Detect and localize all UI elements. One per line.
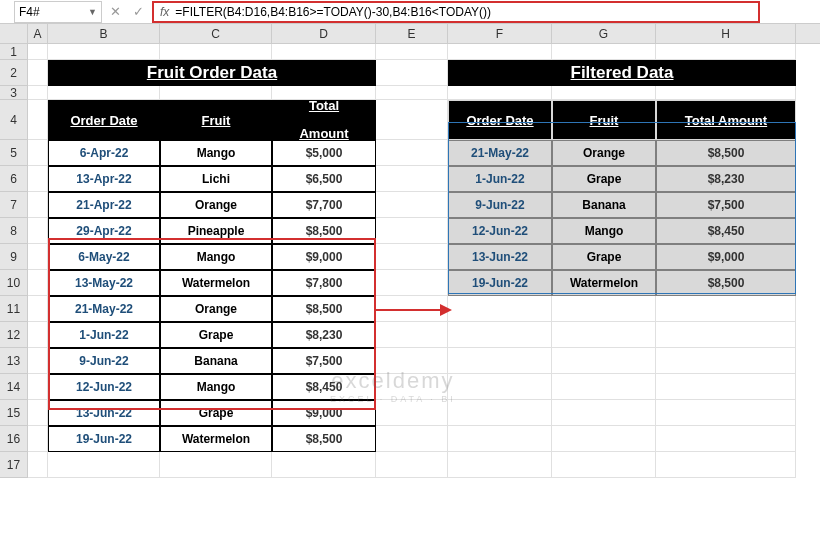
filtered-amount[interactable]: $8,500 <box>656 140 796 166</box>
cell[interactable] <box>28 166 48 192</box>
cell[interactable] <box>656 44 796 60</box>
data-amount[interactable]: $8,500 <box>272 218 376 244</box>
data-fruit[interactable]: Grape <box>160 322 272 348</box>
formula-bar[interactable]: =FILTER(B4:D16,B4:B16>=TODAY()-30,B4:B16… <box>175 5 491 19</box>
col-header-G[interactable]: G <box>552 24 656 43</box>
cell[interactable] <box>552 322 656 348</box>
row-header[interactable]: 9 <box>0 244 28 270</box>
cell[interactable] <box>272 44 376 60</box>
filtered-fruit[interactable]: Orange <box>552 140 656 166</box>
cell[interactable] <box>376 166 448 192</box>
cell[interactable] <box>28 426 48 452</box>
filtered-amount[interactable]: $7,500 <box>656 192 796 218</box>
enter-icon[interactable]: ✓ <box>133 4 144 19</box>
cell[interactable] <box>552 296 656 322</box>
data-fruit[interactable]: Mango <box>160 140 272 166</box>
cell[interactable] <box>656 400 796 426</box>
cell[interactable] <box>448 400 552 426</box>
chevron-down-icon[interactable]: ▼ <box>88 7 97 17</box>
cell[interactable] <box>160 86 272 100</box>
data-amount[interactable]: $7,500 <box>272 348 376 374</box>
cell[interactable] <box>28 44 48 60</box>
cell[interactable] <box>376 348 448 374</box>
data-amount[interactable]: $8,450 <box>272 374 376 400</box>
row-header[interactable]: 5 <box>0 140 28 166</box>
cell[interactable] <box>376 400 448 426</box>
cell[interactable] <box>448 374 552 400</box>
cell[interactable] <box>552 452 656 478</box>
data-date[interactable]: 21-Apr-22 <box>48 192 160 218</box>
cell[interactable] <box>28 400 48 426</box>
data-amount[interactable]: $7,700 <box>272 192 376 218</box>
cell[interactable] <box>28 348 48 374</box>
row-header[interactable]: 2 <box>0 60 28 86</box>
cell[interactable] <box>28 140 48 166</box>
row-header[interactable]: 1 <box>0 44 28 60</box>
col-header-E[interactable]: E <box>376 24 448 43</box>
col-header-B[interactable]: B <box>48 24 160 43</box>
select-all-corner[interactable] <box>0 24 28 43</box>
col-header-D[interactable]: D <box>272 24 376 43</box>
cell[interactable] <box>448 86 552 100</box>
filtered-fruit[interactable]: Mango <box>552 218 656 244</box>
cell[interactable] <box>448 322 552 348</box>
data-fruit[interactable]: Pineapple <box>160 218 272 244</box>
data-date[interactable]: 6-Apr-22 <box>48 140 160 166</box>
cell[interactable] <box>448 44 552 60</box>
filtered-date[interactable]: 9-Jun-22 <box>448 192 552 218</box>
data-date[interactable]: 13-May-22 <box>48 270 160 296</box>
cell[interactable] <box>28 296 48 322</box>
cell[interactable] <box>448 348 552 374</box>
cell[interactable] <box>448 426 552 452</box>
cell[interactable] <box>552 426 656 452</box>
cell[interactable] <box>28 100 48 140</box>
row-header[interactable]: 15 <box>0 400 28 426</box>
name-box[interactable]: F4# ▼ <box>14 1 102 23</box>
data-date[interactable]: 1-Jun-22 <box>48 322 160 348</box>
cell[interactable] <box>272 452 376 478</box>
cell[interactable] <box>552 86 656 100</box>
filtered-date[interactable]: 19-Jun-22 <box>448 270 552 296</box>
cell[interactable] <box>28 374 48 400</box>
filtered-amount[interactable]: $8,450 <box>656 218 796 244</box>
filtered-fruit[interactable]: Grape <box>552 244 656 270</box>
cell[interactable] <box>376 44 448 60</box>
cell[interactable] <box>656 296 796 322</box>
cell[interactable] <box>28 270 48 296</box>
data-fruit[interactable]: Mango <box>160 374 272 400</box>
data-fruit[interactable]: Orange <box>160 192 272 218</box>
col-header-F[interactable]: F <box>448 24 552 43</box>
cancel-icon[interactable]: ✕ <box>110 4 121 19</box>
data-fruit[interactable]: Grape <box>160 400 272 426</box>
filtered-amount[interactable]: $8,500 <box>656 270 796 296</box>
cell[interactable] <box>552 400 656 426</box>
cell[interactable] <box>376 452 448 478</box>
cell[interactable] <box>376 140 448 166</box>
cell[interactable] <box>656 86 796 100</box>
cell[interactable] <box>376 296 448 322</box>
filtered-date[interactable]: 13-Jun-22 <box>448 244 552 270</box>
row-header[interactable]: 4 <box>0 100 28 140</box>
col-header-A[interactable]: A <box>28 24 48 43</box>
cell[interactable] <box>28 192 48 218</box>
data-date[interactable]: 6-May-22 <box>48 244 160 270</box>
data-fruit[interactable]: Mango <box>160 244 272 270</box>
cell[interactable] <box>28 86 48 100</box>
filtered-date[interactable]: 21-May-22 <box>448 140 552 166</box>
data-fruit[interactable]: Watermelon <box>160 426 272 452</box>
row-header[interactable]: 11 <box>0 296 28 322</box>
data-amount[interactable]: $8,230 <box>272 322 376 348</box>
cell[interactable] <box>376 192 448 218</box>
cell[interactable] <box>160 452 272 478</box>
cell[interactable] <box>376 270 448 296</box>
data-amount[interactable]: $6,500 <box>272 166 376 192</box>
filtered-amount[interactable]: $9,000 <box>656 244 796 270</box>
filtered-date[interactable]: 1-Jun-22 <box>448 166 552 192</box>
row-header[interactable]: 7 <box>0 192 28 218</box>
cell[interactable] <box>656 348 796 374</box>
data-amount[interactable]: $9,000 <box>272 400 376 426</box>
cell[interactable] <box>28 218 48 244</box>
data-amount[interactable]: $8,500 <box>272 426 376 452</box>
cell[interactable] <box>448 452 552 478</box>
cell[interactable] <box>376 374 448 400</box>
